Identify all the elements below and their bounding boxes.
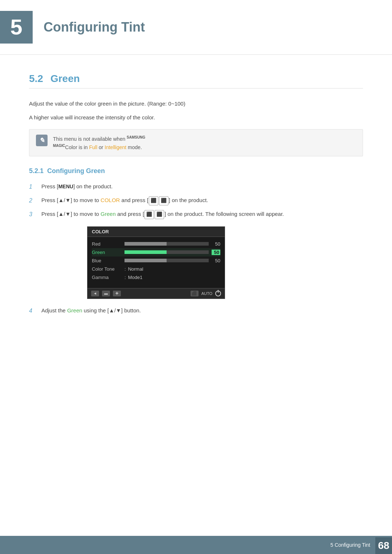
- note-or: or: [97, 144, 105, 150]
- step-2-text: Press [▲/▼] to move to COLOR and press […: [41, 196, 363, 205]
- osd-container: COLOR Red 50 Green 50: [87, 226, 225, 299]
- osd-label-gamma: Gamma: [92, 275, 124, 280]
- footer-chapter-label: 5 Configuring Tint: [330, 542, 370, 548]
- footer-page-number: 68: [375, 537, 392, 554]
- osd-sep-gamma: :: [124, 275, 126, 280]
- chapter-number-box: 5: [0, 11, 33, 44]
- osd-value-red: 50: [212, 241, 220, 247]
- osd-value-gamma: Mode1: [128, 275, 143, 280]
- osd-bar-red: [124, 242, 209, 246]
- step-1: 1 Press [MENU] on the product.: [29, 182, 363, 192]
- osd-row-colortone: Color Tone : Normal: [92, 265, 220, 273]
- note-box: ✎ This menu is not available when SAMSUN…: [29, 129, 363, 156]
- osd-title: COLOR: [92, 229, 109, 234]
- green-ref-2: Green: [67, 307, 82, 313]
- main-content: 5.2Green Adjust the value of the color g…: [0, 55, 392, 356]
- osd-value-blue: 50: [212, 258, 220, 263]
- section-title: Green: [50, 73, 80, 84]
- step-2: 2 Press [▲/▼] to move to COLOR and press…: [29, 196, 363, 205]
- note-intelligent: Intelligent: [105, 144, 126, 150]
- step-3-text: Press [▲/▼] to move to Green and press […: [41, 210, 363, 219]
- osd-btn-mid: ▬: [102, 291, 110, 296]
- btn-icon-1: ⬛: [149, 196, 158, 205]
- chapter-number: 5: [10, 16, 22, 38]
- body-line1: Adjust the value of the color green in t…: [29, 99, 363, 108]
- osd-btn-plus: ✚: [113, 291, 121, 296]
- osd-label-blue: Blue: [92, 258, 124, 263]
- osd-sep-colortone: :: [124, 266, 126, 272]
- step-1-num: 1: [29, 182, 39, 192]
- step-1-text: Press [MENU] on the product.: [41, 182, 363, 191]
- step-3-num: 3: [29, 210, 39, 219]
- osd-label-red: Red: [92, 241, 124, 247]
- note-icon: ✎: [36, 135, 48, 146]
- osd-row-blue: Blue 50: [92, 257, 220, 265]
- chapter-title: Configuring Tint: [44, 20, 145, 35]
- section-number: 5.2: [29, 73, 43, 84]
- note-end: mode.: [126, 144, 142, 150]
- btn-icon-3: ⬛: [144, 210, 154, 219]
- note-mid: Color is in: [65, 144, 89, 150]
- osd-bar-green: [124, 250, 209, 254]
- osd-auto-label: AUTO: [201, 291, 212, 296]
- subsection-heading: 5.2.1 Configuring Green: [29, 167, 363, 175]
- steps-list: 1 Press [MENU] on the product. 2 Press […: [29, 182, 363, 219]
- btn-icon-4: ⬛: [155, 210, 164, 219]
- osd-row-green: Green 50: [92, 248, 220, 257]
- note-full: Full: [89, 144, 97, 150]
- note-before: This menu is not available when: [53, 136, 127, 142]
- osd-title-bar: COLOR: [87, 227, 225, 237]
- green-ref-1: Green: [101, 211, 116, 217]
- osd-label-colortone: Color Tone: [92, 266, 124, 272]
- osd-label-green: Green: [92, 250, 124, 255]
- osd-btn-monitor: ⬛: [191, 291, 199, 296]
- osd-body: Red 50 Green 50 Blue: [87, 237, 225, 288]
- step-4-num: 4: [29, 306, 39, 316]
- page-footer: 5 Configuring Tint 68: [0, 536, 392, 554]
- step-2-num: 2: [29, 196, 39, 205]
- chapter-header: 5 Configuring Tint: [0, 0, 392, 55]
- osd-bar-fill-green: [124, 250, 167, 254]
- osd-bottom-bar: ◄ ▬ ✚ ⬛ AUTO: [87, 288, 225, 299]
- body-line2: A higher value will increase the intensi…: [29, 113, 363, 122]
- osd-row-gamma: Gamma : Mode1: [92, 273, 220, 282]
- osd-bar-blue: [124, 259, 209, 262]
- osd-bottom-left-icons: ◄ ▬ ✚: [91, 291, 121, 296]
- osd-btn-left: ◄: [91, 291, 99, 296]
- osd-bottom-right-icons: ⬛ AUTO: [191, 291, 221, 296]
- btn-icon-2: ⬛: [159, 196, 168, 205]
- note-text: This menu is not available when SAMSUNGM…: [53, 135, 145, 151]
- osd-bar-fill-red: [124, 242, 167, 246]
- step-4-list: 4 Adjust the Green using the [▲/▼] butto…: [29, 306, 363, 316]
- step-4-text: Adjust the Green using the [▲/▼] button.: [41, 306, 363, 315]
- osd-value-colortone: Normal: [128, 266, 143, 272]
- step-4: 4 Adjust the Green using the [▲/▼] butto…: [29, 306, 363, 316]
- osd-screen: COLOR Red 50 Green 50: [87, 226, 225, 299]
- section-heading: 5.2Green: [29, 73, 363, 89]
- osd-power-icon: [215, 291, 221, 296]
- osd-row-red: Red 50: [92, 240, 220, 248]
- subsection-number: 5.2.1: [29, 167, 44, 175]
- osd-value-green: 50: [212, 250, 220, 255]
- osd-bar-fill-blue: [124, 259, 167, 262]
- color-ref-1: COLOR: [101, 197, 120, 203]
- step-3: 3 Press [▲/▼] to move to Green and press…: [29, 210, 363, 219]
- subsection-title: Configuring Green: [47, 167, 105, 175]
